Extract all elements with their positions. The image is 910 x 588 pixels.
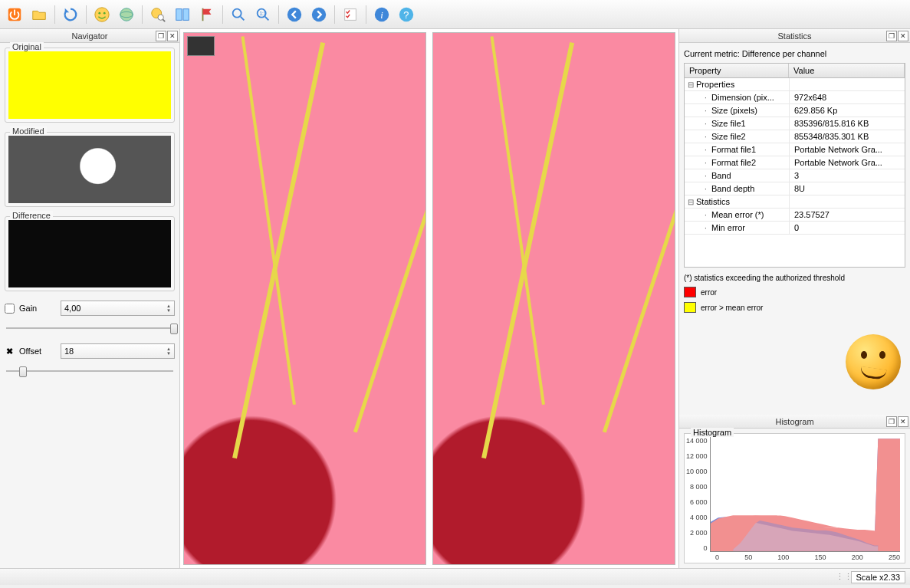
histogram-detach-button[interactable]: ❐ bbox=[886, 416, 897, 427]
current-metric-label: Current metric: Difference per channel bbox=[684, 49, 905, 58]
world-search-button[interactable] bbox=[146, 3, 169, 26]
statistics-body: Current metric: Difference per channel P… bbox=[679, 43, 910, 316]
gain-slider[interactable] bbox=[6, 322, 173, 334]
difference-label: Difference bbox=[10, 211, 53, 220]
table-group[interactable]: ⊟Properties bbox=[685, 78, 905, 91]
col-property[interactable]: Property bbox=[685, 64, 789, 77]
col-value[interactable]: Value bbox=[789, 64, 905, 77]
histogram-plot[interactable] bbox=[710, 437, 900, 552]
gain-checkbox[interactable] bbox=[5, 304, 15, 314]
checklist-button[interactable] bbox=[339, 3, 362, 26]
svg-rect-10 bbox=[183, 8, 189, 20]
offset-spin-arrows[interactable]: ▲▼ bbox=[166, 347, 171, 356]
table-row[interactable]: ·Size file2855348/835.301 KB bbox=[685, 130, 905, 143]
offset-value: 18 bbox=[64, 347, 74, 356]
svg-rect-9 bbox=[176, 8, 182, 20]
error-legend-label: error bbox=[701, 288, 717, 297]
power-button[interactable] bbox=[3, 3, 26, 26]
side-by-side-button[interactable] bbox=[171, 3, 194, 26]
difference-thumbnail[interactable] bbox=[8, 220, 171, 287]
table-row[interactable]: ·Band3 bbox=[685, 169, 905, 182]
table-row[interactable]: ·Dimension (pix...972x648 bbox=[685, 91, 905, 104]
histogram-panel: Histogram 14 00012 00010 0008 0006 0004 … bbox=[684, 433, 905, 563]
gain-row: Gain 4,00▲▼ bbox=[5, 301, 175, 316]
comparison-view bbox=[180, 29, 678, 568]
properties-table: Property Value ⊟Properties·Dimension (pi… bbox=[684, 63, 905, 268]
forward-button[interactable] bbox=[307, 3, 330, 26]
offset-row: ✖ Offset 18▲▼ bbox=[5, 343, 175, 359]
refresh-button[interactable] bbox=[59, 3, 82, 26]
gain-label: Gain bbox=[19, 304, 56, 313]
right-sidebar: Statistics ❐ ✕ Current metric: Differenc… bbox=[678, 29, 910, 568]
info-button[interactable]: i bbox=[370, 3, 393, 26]
gain-spinbox[interactable]: 4,00▲▼ bbox=[61, 301, 175, 316]
statistics-detach-button[interactable]: ❐ bbox=[886, 31, 897, 41]
modified-label: Modified bbox=[10, 126, 47, 136]
gain-spin-arrows[interactable]: ▲▼ bbox=[166, 304, 171, 313]
svg-text:?: ? bbox=[403, 8, 409, 20]
main-toolbar: 1:1 i ? bbox=[0, 0, 910, 29]
difference-group: Difference bbox=[5, 216, 175, 291]
offset-slider[interactable] bbox=[6, 365, 173, 377]
right-image-viewer[interactable] bbox=[432, 32, 675, 565]
histogram-group-label: Histogram bbox=[691, 428, 734, 437]
threshold-legend: (*) statistics exceeding the authorized … bbox=[684, 274, 905, 313]
svg-point-3 bbox=[98, 11, 100, 14]
left-image-viewer[interactable] bbox=[183, 32, 426, 565]
navigator-overview-icon[interactable] bbox=[187, 36, 215, 56]
svg-rect-1 bbox=[14, 9, 15, 15]
statistics-close-button[interactable]: ✕ bbox=[898, 31, 908, 41]
gain-value: 4,00 bbox=[64, 304, 80, 313]
zoom-fit-button[interactable] bbox=[227, 3, 250, 26]
histogram-title-bar: Histogram ❐ ✕ bbox=[679, 415, 910, 429]
table-row[interactable]: ·Band depth8U bbox=[685, 182, 905, 195]
flag-button[interactable] bbox=[195, 3, 218, 26]
svg-point-14 bbox=[287, 7, 301, 21]
smiley-button[interactable] bbox=[90, 3, 113, 26]
table-row[interactable]: ·Mean error (*)23.57527 bbox=[685, 209, 905, 222]
table-group[interactable]: ⊟Statistics bbox=[685, 195, 905, 209]
gtmean-swatch bbox=[684, 302, 696, 313]
svg-point-2 bbox=[95, 7, 109, 21]
table-row[interactable]: ·Size (pixels)629.856 Kp bbox=[685, 104, 905, 117]
svg-point-11 bbox=[233, 8, 241, 17]
zoom-actual-button[interactable]: 1:1 bbox=[251, 3, 274, 26]
statistics-title: Statistics bbox=[777, 31, 811, 41]
svg-text:i: i bbox=[380, 9, 383, 20]
status-grip-icon: ⋮⋮ bbox=[836, 572, 846, 582]
offset-checkbox[interactable]: ✖ bbox=[5, 347, 15, 356]
svg-point-8 bbox=[158, 15, 163, 20]
properties-table-body[interactable]: ⊟Properties·Dimension (pix...972x648·Siz… bbox=[685, 78, 905, 267]
modified-thumbnail[interactable] bbox=[8, 136, 171, 203]
table-row[interactable]: ·Min error0 bbox=[685, 222, 905, 235]
original-group: Original bbox=[5, 48, 175, 123]
offset-spinbox[interactable]: 18▲▼ bbox=[61, 343, 175, 359]
svg-point-15 bbox=[312, 7, 326, 21]
statistics-title-bar: Statistics ❐ ✕ bbox=[679, 29, 910, 43]
table-row[interactable]: ·Format file1Portable Network Gra... bbox=[685, 143, 905, 156]
table-row[interactable]: ·Format file2Portable Network Gra... bbox=[685, 156, 905, 169]
navigator-detach-button[interactable]: ❐ bbox=[156, 31, 166, 41]
svg-point-4 bbox=[103, 11, 106, 14]
help-button[interactable]: ? bbox=[395, 3, 418, 26]
svg-text:1:1: 1:1 bbox=[259, 10, 266, 15]
open-button[interactable] bbox=[28, 3, 51, 26]
table-row[interactable]: ·Size file1835396/815.816 KB bbox=[685, 117, 905, 130]
status-scale: Scale x2.33 bbox=[851, 571, 905, 583]
histogram-close-button[interactable]: ✕ bbox=[898, 416, 908, 427]
histogram-title: Histogram bbox=[775, 417, 813, 426]
original-label: Original bbox=[10, 42, 44, 51]
modified-group: Modified bbox=[5, 132, 175, 207]
histogram-y-axis: 14 00012 00010 0008 0006 0004 0002 0000 bbox=[686, 437, 710, 552]
original-thumbnail[interactable] bbox=[8, 51, 171, 119]
error-swatch bbox=[684, 287, 696, 297]
world-button[interactable] bbox=[115, 3, 138, 26]
navigator-close-button[interactable]: ✕ bbox=[167, 31, 178, 41]
offset-label: Offset bbox=[19, 347, 56, 356]
back-button[interactable] bbox=[283, 3, 306, 26]
navigator-title: Navigator bbox=[71, 31, 107, 41]
status-bar: ⋮⋮ Scale x2.33 bbox=[0, 568, 910, 585]
navigator-panel: Navigator ❐ ✕ Original Modified Differen… bbox=[0, 29, 180, 568]
svg-rect-16 bbox=[345, 8, 356, 20]
gtmean-legend-label: error > mean error bbox=[701, 304, 763, 312]
